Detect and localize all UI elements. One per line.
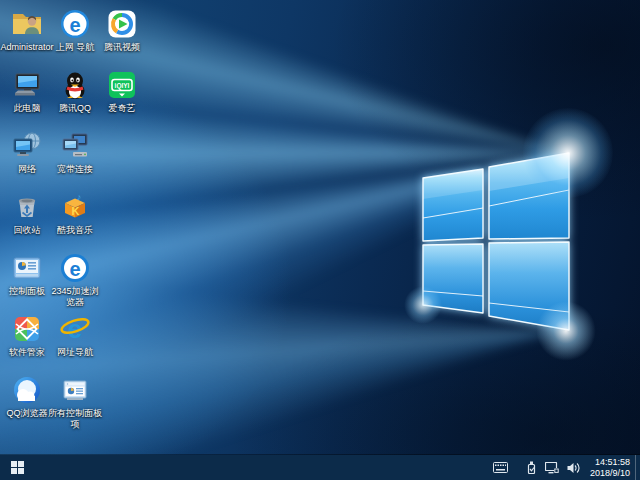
usb-device-icon: [526, 461, 537, 474]
touch-keyboard-button[interactable]: [489, 455, 512, 480]
taskbar: 14:51:58 2018/9/10: [0, 455, 640, 480]
software-manager-icon: [11, 313, 43, 345]
desktop-icon-2345-browser[interactable]: e 2345加速浏览器: [48, 252, 102, 308]
show-desktop-button[interactable]: [635, 455, 640, 480]
music-note-glyph: ♪: [77, 192, 82, 202]
desktop-icon-administrator[interactable]: Administrator: [0, 8, 54, 53]
icon-label: 此电脑: [14, 103, 41, 114]
icon-label: 控制面板: [9, 286, 45, 297]
browser-2345-e-icon: e: [59, 252, 91, 284]
e-glyph: e: [69, 258, 80, 280]
volume-button[interactable]: [563, 455, 584, 480]
touch-keyboard-icon: [493, 462, 508, 473]
desktop-icon-tencent-video[interactable]: 腾讯视频: [95, 8, 149, 53]
network-icon: [545, 462, 559, 474]
qq-browser-icon: [11, 374, 43, 406]
start-button[interactable]: [0, 455, 34, 480]
desktop-icon-software-manager[interactable]: 软件管家: [0, 313, 54, 358]
network-button[interactable]: [541, 455, 563, 480]
icon-label: 2345加速浏览器: [48, 286, 102, 308]
icon-label: 软件管家: [9, 347, 45, 358]
desktop-icon-kuwo-music[interactable]: K ♪ 酷我音乐: [48, 191, 102, 236]
clock-time: 14:51:58: [595, 457, 630, 468]
clock-date: 2018/9/10: [590, 468, 630, 479]
kuwo-music-icon: K ♪: [59, 191, 91, 223]
desktop-icon-iqiyi[interactable]: iQIYI 爱奇艺: [95, 69, 149, 114]
volume-icon: [567, 462, 580, 474]
icon-label: 爱奇艺: [109, 103, 136, 114]
k-glyph: K: [72, 205, 80, 217]
tencent-video-icon: [106, 8, 138, 40]
icon-label: 腾讯QQ: [59, 103, 91, 114]
system-tray: 14:51:58 2018/9/10: [489, 455, 640, 480]
icon-label: QQ浏览器: [6, 408, 47, 419]
recycle-bin-icon: [11, 191, 43, 223]
control-panel-icon: [11, 252, 43, 284]
usb-device-button[interactable]: [522, 455, 541, 480]
desktop-icon-url-navigation[interactable]: e 网址导航: [48, 313, 102, 358]
broadband-icon: [59, 130, 91, 162]
icon-label: 回收站: [14, 225, 41, 236]
icon-label: 宽带连接: [57, 164, 93, 175]
desktop-icon-qq-browser[interactable]: QQ浏览器: [0, 374, 54, 419]
desktop-icon-broadband-connection[interactable]: 宽带连接: [48, 130, 102, 175]
internet-explorer-icon: e: [59, 313, 91, 345]
desktop-icon-web-navigation[interactable]: e 上网 导航: [48, 8, 102, 53]
qq-penguin-icon: [59, 69, 91, 101]
icon-label: Administrator: [0, 42, 53, 53]
network-globe-icon: [11, 130, 43, 162]
desktop-icon-all-control-panel-items[interactable]: 所有控制面板项: [48, 374, 102, 430]
e-glyph: e: [69, 14, 80, 36]
windows-start-icon: [11, 461, 24, 474]
taskbar-clock[interactable]: 14:51:58 2018/9/10: [584, 455, 635, 480]
icon-label: 酷我音乐: [57, 225, 93, 236]
computer-icon: [11, 69, 43, 101]
icon-label: 上网 导航: [56, 42, 95, 53]
desktop-icon-tencent-qq[interactable]: 腾讯QQ: [48, 69, 102, 114]
icon-label: 网络: [18, 164, 36, 175]
desktop-icon-control-panel[interactable]: 控制面板: [0, 252, 54, 297]
iqiyi-glyph: iQIYI: [115, 82, 130, 90]
iqiyi-icon: iQIYI: [106, 69, 138, 101]
desktop-icon-this-pc[interactable]: 此电脑: [0, 69, 54, 114]
desktop-icon-recycle-bin[interactable]: 回收站: [0, 191, 54, 236]
icon-label: 所有控制面板项: [48, 408, 102, 430]
user-folder-icon: [11, 8, 43, 40]
browser-e-icon: e: [59, 8, 91, 40]
icon-label: 腾讯视频: [104, 42, 140, 53]
desktop-icon-network[interactable]: 网络: [0, 130, 54, 175]
control-panel-window-icon: [59, 374, 91, 406]
icon-label: 网址导航: [57, 347, 93, 358]
